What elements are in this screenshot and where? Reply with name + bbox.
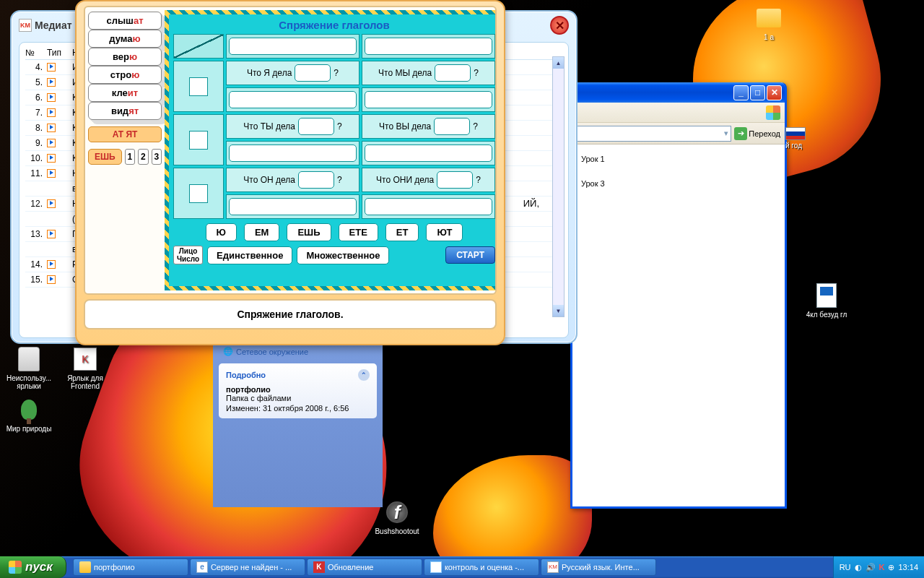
details-type: Папка с файлами [226,394,370,402]
address-combo[interactable]: ▾ [577,126,731,142]
checkbox[interactable] [189,131,208,150]
taskbar-item[interactable]: портфолио [73,558,188,576]
game-main-panel: Спряжение глаголов Что Я дела? Что МЫ де… [165,10,497,290]
km-icon: KM [547,561,559,573]
answer-slot[interactable] [434,118,470,135]
tree-icon [21,400,37,420]
verb-card[interactable]: строю [88,66,162,84]
file-list[interactable]: Урок 1 Урок 3 [572,144,785,506]
ending-tag-atyat[interactable]: АТ ЯТ [88,126,162,142]
slot[interactable] [229,144,357,162]
pointer-icon [47,230,56,238]
word-doc-icon [430,561,442,573]
language-indicator[interactable]: RU [840,563,851,571]
kaspersky-icon: K [313,561,325,573]
taskbar-item[interactable]: контроль и оценка -... [424,558,539,576]
desktop-icon-nature[interactable]: Мир природы [0,396,58,433]
system-tray[interactable]: RU ◐ 🔊 K ⊕ 13:14 [833,556,924,578]
answer-slot[interactable] [295,64,331,82]
window-title: Медиат [35,20,72,31]
grid-head-pl [362,34,495,59]
tray-volume-icon[interactable]: 🔊 [866,563,876,572]
verb-card[interactable]: слышат [88,12,162,30]
scroll-down-icon[interactable]: ▼ [553,305,564,316]
network-icon: 🌐 [223,347,233,356]
checkbox[interactable] [189,77,208,96]
slot[interactable] [365,144,492,162]
pointer-icon [47,169,56,178]
person-1-button[interactable]: 1 [125,149,135,165]
answer-slot[interactable] [437,171,473,189]
slot[interactable] [365,198,492,215]
scrollbar[interactable]: ▲ ▼ [552,56,565,317]
ending-button[interactable]: ЕМ [244,223,280,241]
titlebar[interactable]: _ □ ✕ [572,82,785,103]
explorer-tasks-panel: 🌐 Сетевое окружение Подробно⌃ портфолио … [213,341,383,507]
network-places-link[interactable]: 🌐 Сетевое окружение [216,344,380,359]
taskbar-item[interactable]: eСервер не найден - ... [190,558,305,576]
verb-card[interactable]: верю [88,48,162,66]
list-item[interactable]: Урок 3 [581,179,776,188]
desktop-icon-folder-1a[interactable]: 1 а [740,4,798,41]
ending-button[interactable]: ЕШЬ [287,223,331,241]
answer-slot[interactable] [298,118,334,135]
answer-slot[interactable] [435,64,471,82]
pointer-icon [47,93,56,102]
lessons-window[interactable]: _ □ ✕ ▾ ➔Переход Урок 1 Урок 3 [570,82,787,509]
conjugation-game-window[interactable]: ✕ слышатдумаюверюстроюклеитвидят АТ ЯТ Е… [75,0,505,345]
taskbar-item[interactable]: KОбновление [307,558,422,576]
answer-slot[interactable] [298,171,334,189]
tray-icon[interactable]: ◐ [855,563,862,572]
face-number-label: ЛицоЧисло [173,246,203,264]
details-heading: Подробно⌃ [226,369,370,381]
tray-icon[interactable]: ⊕ [888,563,894,572]
controls-row: ЛицоЧисло Единственное Множественное СТА… [173,246,495,264]
ending-button[interactable]: ЕТ [385,223,419,241]
desktop-icon-doc-4kl[interactable]: 4кл безуд гл [798,282,855,319]
scroll-up-icon[interactable]: ▲ [553,57,564,69]
grid-corner [173,34,224,59]
ending-button[interactable]: ЕТЕ [339,223,378,241]
singular-button[interactable]: Единственное [207,246,292,264]
ending-button[interactable]: ЮТ [426,223,463,241]
grid-head-sg [226,34,359,59]
col-no: № [25,48,47,58]
slot[interactable] [229,38,357,55]
slot[interactable] [229,91,357,108]
close-button[interactable]: ✕ [550,16,569,35]
tray-kaspersky-icon[interactable]: K [879,563,885,571]
list-item[interactable]: Урок 1 [581,155,776,163]
plural-button[interactable]: Множественное [297,246,389,264]
desktop-icon-frontend-shortcut[interactable]: K Ярлык для Frontend [56,345,114,390]
taskbar-item[interactable]: KMРусский язык. Инте... [541,558,656,576]
pointer-icon [47,124,56,132]
checkbox[interactable] [189,184,208,203]
cell-ty: Что ТЫ дела? [226,114,359,139]
minimize-button[interactable]: _ [733,85,749,100]
ending-button[interactable]: Ю [206,223,237,241]
verb-card[interactable]: клеит [88,84,162,102]
cell-row3-pl [362,194,495,219]
cell-on: Что ОН дела? [226,168,359,192]
icon-label: Мир природы [0,425,58,433]
slot[interactable] [365,38,492,55]
cell-ya: Что Я дела? [226,61,359,85]
slot[interactable] [365,91,492,108]
person-2-button[interactable]: 2 [138,149,148,165]
maximize-button[interactable]: □ [750,85,765,100]
person-3-button[interactable]: 3 [152,149,162,165]
details-modified: Изменен: 31 октября 2008 г., 6:56 [226,404,370,413]
clock[interactable]: 13:14 [898,563,918,571]
collapse-icon[interactable]: ⌃ [358,369,370,381]
start-button[interactable]: пуск [0,556,66,578]
network-label: Сетевое окружение [236,348,308,356]
desktop-icon-unused-shortcuts[interactable]: Неиспользу... ярлыки [0,345,58,390]
go-button[interactable]: ➔Переход [734,127,780,140]
ending-tag-esh[interactable]: ЕШЬ [88,149,122,165]
slot[interactable] [229,198,357,215]
start-button[interactable]: СТАРТ [445,246,495,264]
verb-card[interactable]: думаю [88,30,162,48]
verb-card[interactable]: видят [88,102,162,120]
close-button[interactable]: ✕ [767,85,782,100]
details-box: Подробно⌃ портфолио Папка с файлами Изме… [219,363,377,418]
